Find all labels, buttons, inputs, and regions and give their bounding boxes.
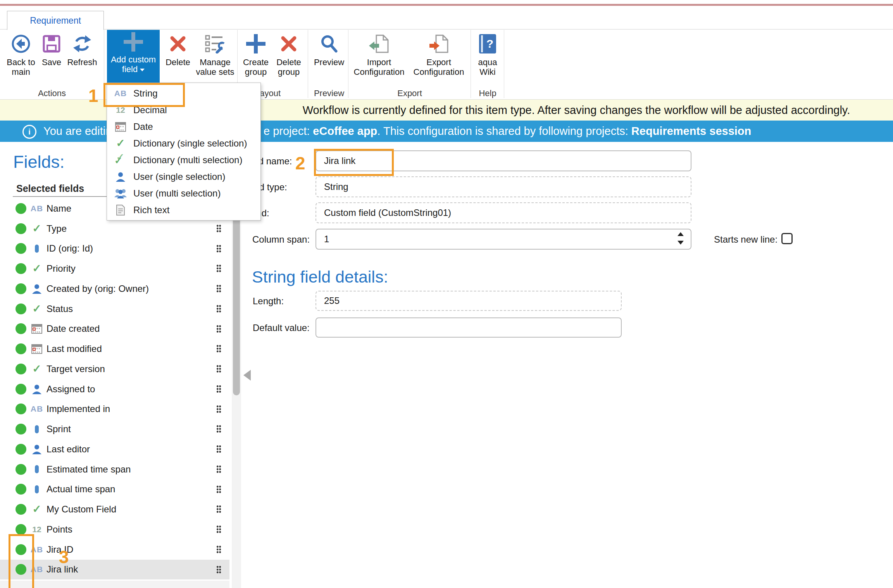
- menu-item-date[interactable]: Date: [107, 118, 260, 135]
- drag-handle-icon[interactable]: [216, 405, 221, 413]
- menu-item-user-multi[interactable]: User (multi selection): [107, 185, 260, 202]
- default-value-input[interactable]: [315, 317, 622, 338]
- delete-field-button[interactable]: Delete: [163, 33, 193, 67]
- list-item-estimated-time-span[interactable]: Estimated time span: [0, 459, 229, 479]
- drag-handle-icon[interactable]: [216, 224, 221, 233]
- group-label-actions: Actions: [38, 88, 66, 98]
- save-button[interactable]: Save: [40, 33, 64, 67]
- menu-item-decimal[interactable]: Decimal: [107, 102, 260, 118]
- spinner-up-icon[interactable]: [678, 232, 684, 236]
- list-item-status[interactable]: Status: [0, 299, 229, 319]
- shared-project-name: Requirements session: [631, 125, 751, 137]
- list-item-date-created[interactable]: Date created: [0, 319, 229, 339]
- list-item-implemented-in[interactable]: Implemented in: [0, 399, 229, 419]
- list-item-my-custom-field[interactable]: My Custom Field: [0, 499, 229, 519]
- button-label: Add custom field: [111, 55, 156, 74]
- drag-handle-icon[interactable]: [216, 525, 221, 533]
- number-type-icon: [32, 525, 41, 534]
- column-span-spinner[interactable]: [677, 232, 684, 245]
- preview-button[interactable]: Preview: [312, 33, 347, 67]
- fields-horizontal-scrollbar[interactable]: [0, 581, 229, 588]
- enabled-dot-icon: [16, 424, 26, 435]
- list-item-assigned-to[interactable]: Assigned to: [0, 379, 229, 399]
- drag-handle-icon[interactable]: [216, 566, 221, 574]
- list-item-last-editor[interactable]: Last editor: [0, 439, 229, 459]
- drag-handle-icon[interactable]: [216, 465, 221, 473]
- drag-handle-icon[interactable]: [216, 445, 221, 453]
- ribbon-separator: [104, 30, 104, 98]
- user-type-icon: [116, 172, 126, 182]
- project-name: eCoffee app: [313, 125, 377, 137]
- list-item-last-modified[interactable]: Last modified: [0, 339, 229, 359]
- richtext-type-icon: [116, 205, 125, 216]
- aqua-wiki-button[interactable]: aqua Wiki: [473, 33, 502, 77]
- menu-item-rich-text[interactable]: Rich text: [107, 202, 260, 218]
- calendar-type-icon: [115, 122, 126, 132]
- selected-fields-heading: Selected fields: [16, 183, 84, 194]
- list-item-type[interactable]: Type: [0, 219, 229, 239]
- user-type-icon: [32, 444, 42, 454]
- number-type-icon: [35, 425, 39, 433]
- button-label: Manage value sets: [196, 57, 234, 77]
- tab-requirement[interactable]: Requirement: [7, 11, 104, 30]
- enabled-dot-icon: [16, 524, 26, 535]
- list-item-target-version[interactable]: Target version: [0, 359, 229, 379]
- import-configuration-button[interactable]: Import Configuration: [350, 33, 409, 77]
- button-label: Export Configuration: [414, 57, 464, 77]
- create-group-button[interactable]: Create group: [240, 33, 272, 77]
- enabled-dot-icon: [16, 303, 26, 314]
- back-to-main-button[interactable]: Back to main: [4, 33, 38, 77]
- drag-handle-icon[interactable]: [216, 345, 221, 353]
- button-label: Create group: [243, 57, 269, 77]
- enabled-dot-icon: [16, 464, 26, 475]
- list-item-points[interactable]: Points: [0, 519, 229, 540]
- drag-handle-icon[interactable]: [216, 365, 221, 373]
- drag-handle-icon[interactable]: [216, 264, 221, 272]
- ribbon-separator: [348, 30, 348, 98]
- drag-handle-icon[interactable]: [216, 485, 221, 493]
- drag-handle-icon[interactable]: [216, 385, 221, 393]
- enabled-dot-icon: [16, 484, 26, 495]
- starts-new-line-checkbox[interactable]: [781, 233, 793, 244]
- export-document-icon: [409, 33, 468, 55]
- collapse-panel-arrow[interactable]: [243, 370, 251, 381]
- number-type-icon: [35, 245, 39, 253]
- drag-handle-icon[interactable]: [216, 425, 221, 433]
- info-icon: i: [22, 125, 36, 139]
- column-span-input[interactable]: [315, 229, 691, 250]
- field-name-input[interactable]: [315, 150, 691, 171]
- drag-handle-icon[interactable]: [216, 305, 221, 313]
- list-item-id[interactable]: ID (orig: Id): [0, 239, 229, 259]
- export-configuration-button[interactable]: Export Configuration: [409, 33, 468, 77]
- group-label-export: Export: [397, 88, 422, 98]
- list-item-jira-id[interactable]: Jira ID: [0, 540, 229, 560]
- button-label: Back to main: [7, 57, 35, 77]
- string-type-icon: [31, 204, 43, 213]
- editing-text-right: e project: eCoffee app. This configurati…: [264, 121, 751, 142]
- ribbon-separator: [471, 30, 471, 98]
- spinner-down-icon[interactable]: [678, 241, 684, 245]
- ribbon-separator: [504, 30, 504, 98]
- menu-item-user-single[interactable]: User (single selection): [107, 168, 260, 185]
- drag-handle-icon[interactable]: [216, 285, 221, 293]
- window-accent-line: [0, 4, 893, 6]
- list-item-priority[interactable]: Priority: [0, 259, 229, 279]
- annotation-number-1: 1: [88, 85, 98, 106]
- add-custom-field-menu: String Decimal Date Dictionary (single s…: [107, 83, 261, 221]
- manage-value-sets-button[interactable]: Manage value sets: [195, 33, 236, 77]
- add-custom-field-button[interactable]: Add custom field: [107, 30, 160, 83]
- drag-handle-icon[interactable]: [216, 505, 221, 513]
- list-item-sprint[interactable]: Sprint: [0, 419, 229, 439]
- menu-item-dictionary-multi[interactable]: Dictionary (multi selection): [107, 152, 260, 168]
- list-item-jira-link[interactable]: Jira link: [0, 560, 229, 580]
- refresh-button[interactable]: Refresh: [65, 33, 99, 67]
- drag-handle-icon[interactable]: [216, 545, 221, 554]
- length-label: Length:: [253, 296, 284, 307]
- list-item-created-by[interactable]: Created by (orig: Owner): [0, 279, 229, 299]
- menu-item-dictionary-single[interactable]: Dictionary (single selection): [107, 135, 260, 152]
- menu-item-string[interactable]: String: [107, 85, 260, 102]
- list-item-actual-time-span[interactable]: Actual time span: [0, 479, 229, 500]
- drag-handle-icon[interactable]: [216, 245, 221, 253]
- delete-group-button[interactable]: Delete group: [272, 33, 305, 77]
- drag-handle-icon[interactable]: [216, 325, 221, 333]
